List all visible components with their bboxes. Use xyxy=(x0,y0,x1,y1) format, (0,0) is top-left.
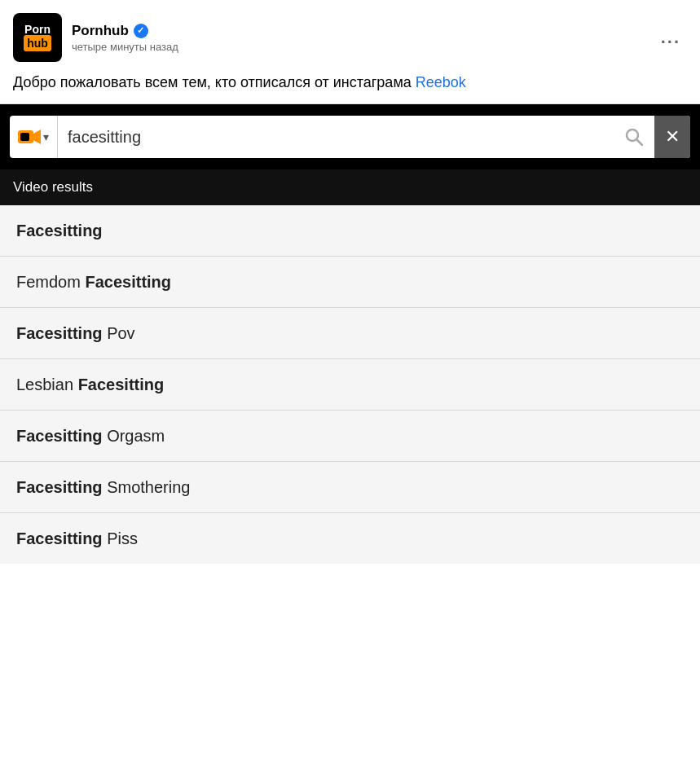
result-text: Facesitting Smothering xyxy=(16,477,190,498)
close-button[interactable]: ✕ xyxy=(654,116,690,158)
list-item[interactable]: Femdom Facesitting xyxy=(0,257,700,308)
list-item[interactable]: Facesitting Orgasm xyxy=(0,411,700,462)
result-text: Facesitting Orgasm xyxy=(16,425,165,446)
author-info: Pornhub ✓ четыре минуты назад xyxy=(72,23,178,53)
author-name[interactable]: Pornhub xyxy=(72,23,129,39)
list-item[interactable]: Facesitting xyxy=(0,205,700,257)
chevron-down-icon: ▾ xyxy=(43,130,49,143)
post-header: Porn hub Pornhub ✓ четыре минуты назад .… xyxy=(13,13,687,62)
more-options-button[interactable]: ... xyxy=(654,24,687,51)
search-input[interactable] xyxy=(58,116,614,158)
camera-icon xyxy=(18,128,41,146)
result-text: Facesitting Pov xyxy=(16,323,135,344)
results-list: Facesitting Femdom Facesitting Facesitti… xyxy=(0,205,700,564)
logo-bottom: hub xyxy=(24,35,51,51)
list-item[interactable]: Facesitting Piss xyxy=(0,513,700,564)
post-author: Porn hub Pornhub ✓ четыре минуты назад xyxy=(13,13,178,62)
post-container: Porn hub Pornhub ✓ четыре минуты назад .… xyxy=(0,0,700,104)
svg-marker-1 xyxy=(33,130,41,144)
results-header: Video results xyxy=(0,169,700,205)
reebok-link[interactable]: Reebok xyxy=(416,74,466,90)
video-category-icon: ▾ xyxy=(18,128,49,146)
logo-top: Porn xyxy=(24,24,51,35)
author-name-row: Pornhub ✓ xyxy=(72,23,178,39)
result-text: Facesitting Piss xyxy=(16,528,138,549)
post-text: Добро пожаловать всем тем, кто отписался… xyxy=(13,72,687,94)
result-text: Facesitting xyxy=(16,220,103,241)
list-item[interactable]: Lesbian Facesitting xyxy=(0,359,700,411)
svg-line-4 xyxy=(637,140,643,146)
search-category-selector[interactable]: ▾ xyxy=(10,116,58,158)
results-label: Video results xyxy=(13,179,93,195)
post-body-text: Добро пожаловать всем тем, кто отписался… xyxy=(13,74,416,90)
svg-rect-2 xyxy=(20,133,29,141)
search-submit-button[interactable] xyxy=(614,116,654,158)
search-widget: ▾ ✕ xyxy=(0,104,700,169)
post-time: четыре минуты назад xyxy=(72,41,178,53)
list-item[interactable]: Facesitting Smothering xyxy=(0,462,700,513)
pornhub-logo: Porn hub xyxy=(13,13,62,62)
search-icon xyxy=(625,128,643,146)
verified-badge: ✓ xyxy=(134,24,148,38)
result-text: Lesbian Facesitting xyxy=(16,374,164,395)
list-item[interactable]: Facesitting Pov xyxy=(0,308,700,359)
result-text: Femdom Facesitting xyxy=(16,271,171,292)
search-bar: ▾ ✕ xyxy=(10,116,690,158)
